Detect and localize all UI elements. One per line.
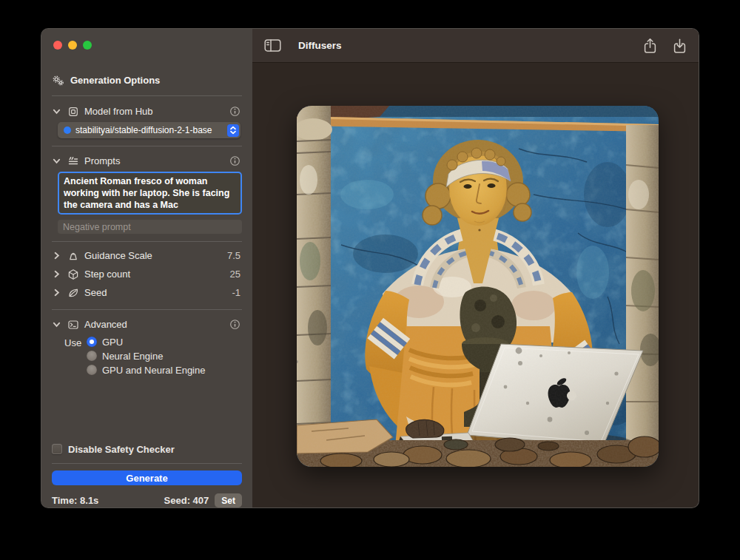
download-icon[interactable] <box>673 38 687 54</box>
select-stepper-icon <box>227 124 239 137</box>
chevron-right-icon <box>52 251 61 260</box>
generated-image[interactable] <box>297 106 659 467</box>
chevron-down-icon <box>52 156 61 166</box>
section-label: Advanced <box>84 319 127 330</box>
radio-option-gpu[interactable]: GPU <box>87 337 205 347</box>
cube-icon <box>67 268 79 280</box>
radio-label: GPU <box>102 337 123 348</box>
info-circle-icon[interactable] <box>229 155 242 166</box>
divider <box>52 146 242 146</box>
param-label: Step count <box>84 269 130 280</box>
model-selected-value: stabilityai/stable-diffusion-2-1-base <box>75 125 227 135</box>
param-value: -1 <box>232 287 242 298</box>
seed-status: Seed: 407 <box>164 495 209 506</box>
section-label: Prompts <box>84 155 120 166</box>
section-label: Model from Hub <box>84 106 152 117</box>
radio-option-neural-engine[interactable]: Neural Engine <box>87 351 205 361</box>
zoom-button[interactable] <box>83 41 92 50</box>
disable-safety-checker-row[interactable]: Disable Safety Checker <box>52 442 242 456</box>
sidebar-title: Generation Options <box>70 75 160 86</box>
time-status: Time: 8.1s <box>52 495 98 506</box>
minimize-button[interactable] <box>68 41 77 50</box>
leaf-icon <box>67 286 79 299</box>
negative-prompt-input[interactable] <box>58 220 242 234</box>
prompt-input[interactable]: Ancient Roman fresco of woman working wi… <box>58 172 242 215</box>
sidebar: Generation Options Model from Hub stabil <box>41 29 252 507</box>
section-row-advanced[interactable]: Advanced <box>52 315 242 334</box>
set-seed-button[interactable]: Set <box>215 493 242 507</box>
terminal-icon <box>67 318 79 331</box>
model-select[interactable]: stabilityai/stable-diffusion-2-1-base <box>58 122 240 138</box>
section-row-guidance-scale[interactable]: Guidance Scale 7.5 <box>52 246 242 265</box>
radio-icon[interactable] <box>87 365 97 375</box>
param-value: 7.5 <box>227 250 242 261</box>
checkbox-icon[interactable] <box>52 444 62 454</box>
status-bar: Time: 8.1s Seed: 407 Set <box>52 493 242 507</box>
app-window: Generation Options Model from Hub stabil <box>41 28 699 508</box>
main-panel: Diffusers <box>252 29 699 507</box>
traffic-lights <box>52 29 242 50</box>
section-row-prompts[interactable]: Prompts <box>52 152 242 170</box>
section-row-model[interactable]: Model from Hub <box>52 102 242 121</box>
sidebar-toggle-icon[interactable] <box>264 38 281 53</box>
cpu-chip-icon <box>67 105 79 118</box>
radio-label: GPU and Neural Engine <box>102 365 205 376</box>
param-label: Seed <box>84 287 107 298</box>
sidebar-header: Generation Options <box>52 74 242 87</box>
chevron-right-icon <box>52 288 61 297</box>
compute-unit-group: Use GPU Neural Engine GPU and Neural Eng… <box>52 337 242 375</box>
generated-image-canvas <box>297 106 659 467</box>
use-label: Use <box>64 337 87 375</box>
divider <box>52 309 242 310</box>
radio-icon[interactable] <box>87 351 97 361</box>
radio-option-gpu-and-neural-engine[interactable]: GPU and Neural Engine <box>87 365 205 375</box>
close-button[interactable] <box>53 41 62 50</box>
section-row-seed[interactable]: Seed -1 <box>52 283 242 302</box>
chevron-down-icon <box>52 107 61 116</box>
chevron-down-icon <box>52 320 61 329</box>
sidebar-spacer <box>52 375 242 442</box>
scale-weight-icon <box>67 249 79 262</box>
main-content <box>252 63 699 507</box>
info-circle-icon[interactable] <box>229 106 242 117</box>
share-icon[interactable] <box>643 38 657 54</box>
divider <box>52 95 242 96</box>
param-label: Guidance Scale <box>84 250 152 261</box>
chevron-right-icon <box>52 269 61 279</box>
param-value: 25 <box>230 269 242 280</box>
divider <box>52 463 242 464</box>
section-row-step-count[interactable]: Step count 25 <box>52 265 242 283</box>
text-quote-icon <box>67 155 79 167</box>
hub-dot-icon <box>64 126 71 134</box>
gears-icon <box>52 74 64 87</box>
radio-label: Neural Engine <box>102 351 163 362</box>
info-circle-icon[interactable] <box>229 319 242 330</box>
radio-selected-icon[interactable] <box>87 337 97 347</box>
titlebar: Diffusers <box>252 29 699 63</box>
checkbox-label: Disable Safety Checker <box>68 444 175 455</box>
generate-button[interactable]: Generate <box>52 470 242 485</box>
divider <box>52 241 242 242</box>
window-title: Diffusers <box>298 40 342 51</box>
